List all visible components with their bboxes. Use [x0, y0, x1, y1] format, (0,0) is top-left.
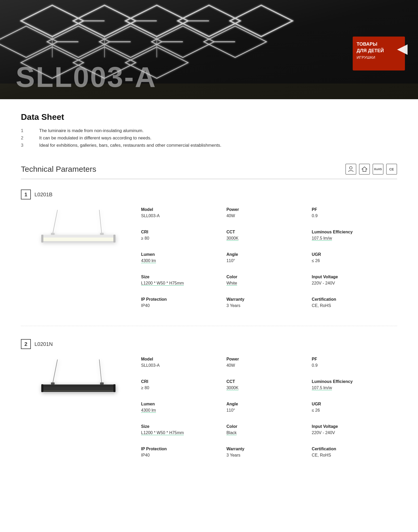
param-cell: SizeL1200 * W50 * H75mm [141, 419, 227, 440]
param-value: 3 Years [227, 453, 307, 458]
param-label: CRI [141, 230, 221, 234]
item-num: 2 [21, 135, 29, 141]
item-text: Ideal for exhibitions, galleries, bars, … [39, 143, 221, 148]
tech-title: Technical Parameters [21, 165, 96, 174]
param-label: CCT [227, 379, 307, 384]
datasheet-section: Data Sheet 1The luminaire is made from n… [21, 112, 397, 148]
svg-rect-49 [42, 387, 114, 391]
item-num: 3 [21, 143, 29, 148]
param-label: Luminous Efficiency [312, 379, 392, 384]
svg-rect-36 [100, 233, 104, 235]
tech-header: Technical Parameters RoHS CE [21, 164, 397, 175]
param-cell: ModelSLL003-A [141, 352, 227, 373]
param-cell: Lumen4300 lm [141, 247, 227, 268]
param-value: IP40 [141, 453, 221, 458]
param-spacer [312, 373, 397, 375]
param-cell: Luminous Efficiency107.5 lm/w [312, 225, 397, 245]
param-cell: CCT3000K [227, 375, 312, 395]
param-cell: Power40W [227, 352, 312, 373]
param-value: 40W [227, 363, 307, 368]
param-cell: Warranty3 Years [227, 442, 312, 462]
param-label: IP Protection [141, 447, 221, 451]
param-spacer [312, 290, 397, 292]
datasheet-item: 2It can be modulated in different ways a… [21, 135, 397, 141]
param-value: 220V - 240V [312, 281, 392, 286]
param-label: Input Voltage [312, 275, 392, 279]
param-label: Luminous Efficiency [312, 230, 392, 234]
svg-line-34 [99, 210, 102, 236]
svg-line-43 [52, 359, 57, 386]
datasheet-item: 3Ideal for exhibitions, galleries, bars,… [21, 143, 397, 148]
svg-rect-45 [51, 382, 55, 385]
param-cell: Power40W [227, 203, 312, 223]
param-spacer [227, 223, 312, 225]
svg-text:ТОВАРЫ: ТОВАРЫ [357, 42, 377, 47]
param-value: SLL003-A [141, 363, 221, 368]
param-cell: IP ProtectionIP40 [141, 292, 227, 313]
product-row-2: 2 L0201N [21, 339, 397, 475]
cert-rohs-icon: RoHS [373, 164, 384, 175]
svg-rect-52 [113, 384, 115, 392]
param-spacer [141, 373, 227, 375]
cert-icons-group: RoHS CE [345, 164, 397, 175]
product-label-1: 1 L0201B [21, 190, 131, 199]
param-cell: CertificationCE, RoHS [312, 442, 397, 462]
hero-title: SLL003-A [16, 63, 156, 91]
param-value: Black [227, 430, 307, 435]
param-label: Power [227, 207, 307, 212]
param-value: CE, RoHS [312, 303, 392, 308]
datasheet-list: 1The luminaire is made from non-insulati… [21, 128, 397, 148]
datasheet-title: Data Sheet [21, 112, 397, 122]
param-cell: CertificationCE, RoHS [312, 292, 397, 313]
product-right-1: ModelSLL003-APower40WPF0.9CRI≥ 80CCT3000… [141, 190, 397, 313]
param-spacer [227, 417, 312, 419]
param-cell: PF0.9 [312, 352, 397, 373]
param-label: IP Protection [141, 297, 221, 302]
product-divider-1 [21, 326, 397, 326]
product-image-2 [21, 357, 131, 414]
param-spacer [141, 417, 227, 419]
param-cell: Input Voltage220V - 240V [312, 419, 397, 440]
product-row-1: 1 L0201B [21, 190, 397, 326]
param-cell: IP ProtectionIP40 [141, 442, 227, 462]
param-spacer [141, 223, 227, 225]
param-cell: Luminous Efficiency107.5 lm/w [312, 375, 397, 395]
param-value: 107.5 lm/w [312, 386, 392, 390]
param-spacer [312, 268, 397, 270]
cert-house-icon [359, 164, 370, 175]
param-value: CE, RoHS [312, 453, 392, 458]
svg-rect-42 [113, 235, 115, 243]
param-value: 4300 lm [141, 408, 221, 413]
param-value: White [227, 281, 307, 286]
param-label: Color [227, 275, 307, 279]
param-cell: Angle110° [227, 397, 312, 417]
param-value: 220V - 240V [312, 430, 392, 435]
param-value: 4300 lm [141, 258, 221, 263]
param-label: UGR [312, 252, 392, 257]
main-content: Data Sheet 1The luminaire is made from n… [0, 99, 418, 488]
param-label: Warranty [227, 297, 307, 302]
svg-rect-48 [42, 385, 115, 387]
param-value: 0.9 [312, 214, 392, 218]
param-value: IP40 [141, 303, 221, 308]
svg-rect-50 [42, 390, 114, 391]
svg-rect-40 [42, 238, 114, 241]
param-value: ≥ 80 [141, 236, 221, 241]
param-value: 110° [227, 258, 307, 263]
param-value: 110° [227, 408, 307, 413]
param-spacer [227, 395, 312, 397]
param-spacer [312, 223, 397, 225]
svg-marker-32 [362, 167, 367, 172]
param-spacer [312, 440, 397, 442]
param-spacer [141, 395, 227, 397]
product-num-box-2: 2 [21, 339, 31, 349]
param-value: 3 Years [227, 303, 307, 308]
param-value: ≤ 26 [312, 258, 392, 263]
param-value: 0.9 [312, 363, 392, 368]
param-spacer [312, 417, 397, 419]
param-label: PF [312, 207, 392, 212]
param-spacer [141, 290, 227, 292]
item-num: 1 [21, 128, 29, 133]
param-spacer [312, 395, 397, 397]
product-right-2: ModelSLL003-APower40WPF0.9CRI≥ 80CCT3000… [141, 339, 397, 462]
